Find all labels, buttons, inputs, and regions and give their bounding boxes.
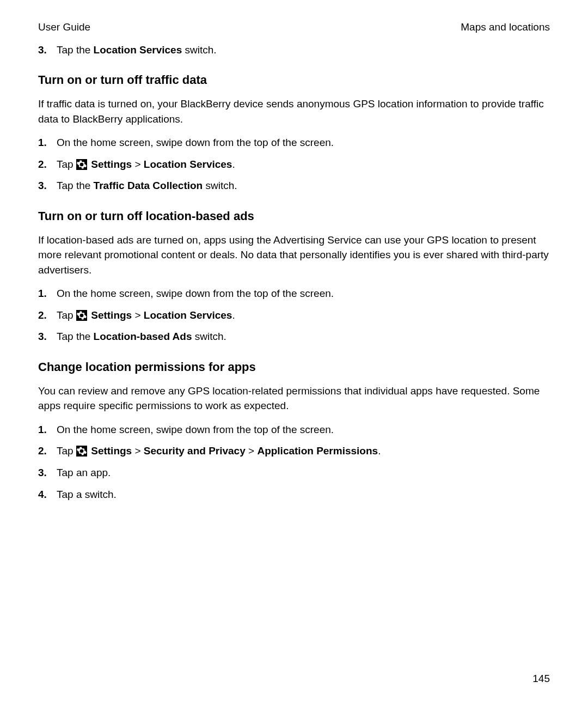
- section-paragraph: If location-based ads are turned on, app…: [38, 233, 550, 278]
- page-header: User Guide Maps and locations: [38, 20, 550, 35]
- step-text: Tap: [57, 159, 76, 170]
- step-item: On the home screen, swipe down from the …: [38, 286, 550, 301]
- header-left: User Guide: [38, 20, 90, 35]
- step-text: .: [232, 309, 235, 321]
- step-text: On the home screen, swipe down from the …: [57, 137, 334, 148]
- step-text-bold: Settings: [91, 159, 132, 170]
- step-text: .: [378, 445, 381, 457]
- step-item: Tap Settings > Location Services.: [38, 308, 550, 323]
- step-item: On the home screen, swipe down from the …: [38, 135, 550, 150]
- continuation-step-list: 3. Tap the Location Services switch.: [38, 42, 550, 58]
- step-text-prefix: Tap the: [57, 44, 94, 56]
- step-list: On the home screen, swipe down from the …: [38, 286, 550, 344]
- step-text-bold: Location Services: [94, 44, 182, 56]
- step-text-bold: Traffic Data Collection: [94, 180, 203, 191]
- step-text-bold: Settings: [91, 309, 132, 321]
- step-list: On the home screen, swipe down from the …: [38, 135, 550, 193]
- step-text: On the home screen, swipe down from the …: [57, 424, 334, 435]
- step-item: Tap Settings > Location Services.: [38, 157, 550, 172]
- section-heading: Turn on or turn off traffic data: [38, 71, 550, 89]
- step-text: >: [246, 445, 258, 457]
- step-text: On the home screen, swipe down from the …: [57, 288, 334, 299]
- step-text: Tap an app.: [57, 467, 111, 478]
- step-number: 3.: [38, 42, 47, 58]
- step-text: >: [132, 445, 144, 457]
- step-text: Tap a switch.: [57, 489, 117, 500]
- header-right: Maps and locations: [461, 20, 550, 35]
- step-text: switch.: [192, 331, 226, 342]
- settings-gear-icon: [76, 310, 87, 321]
- section-paragraph: You can review and remove any GPS locati…: [38, 384, 550, 413]
- step-text: >: [132, 159, 144, 170]
- settings-gear-icon: [76, 159, 87, 170]
- step-text-bold: Location-based Ads: [94, 331, 192, 342]
- step-item: On the home screen, swipe down from the …: [38, 422, 550, 437]
- step-text: >: [132, 309, 144, 321]
- step-item: Tap the Location-based Ads switch.: [38, 329, 550, 344]
- step-text: Tap: [57, 445, 76, 457]
- step-text: Tap the: [57, 331, 94, 342]
- section-heading: Turn on or turn off location-based ads: [38, 208, 550, 225]
- step-text: .: [232, 159, 235, 170]
- settings-gear-icon: [76, 446, 87, 457]
- continuation-step-3: 3. Tap the Location Services switch.: [38, 42, 550, 58]
- step-text: Tap: [57, 309, 76, 321]
- step-item: Tap a switch.: [38, 487, 550, 502]
- step-list: On the home screen, swipe down from the …: [38, 422, 550, 502]
- page-number: 145: [532, 671, 550, 686]
- step-text-bold: Location Services: [144, 159, 232, 170]
- step-item: Tap Settings > Security and Privacy > Ap…: [38, 443, 550, 459]
- step-text-bold: Application Permissions: [257, 445, 378, 457]
- step-text-bold: Settings: [91, 445, 132, 457]
- section-heading: Change location permissions for apps: [38, 358, 550, 376]
- section-paragraph: If traffic data is turned on, your Black…: [38, 96, 550, 126]
- step-item: Tap the Traffic Data Collection switch.: [38, 178, 550, 193]
- step-text: Tap the: [57, 180, 94, 191]
- step-text-suffix: switch.: [182, 44, 216, 56]
- step-text: switch.: [203, 180, 237, 191]
- step-text-bold: Location Services: [144, 309, 232, 321]
- step-item: Tap an app.: [38, 465, 550, 480]
- step-text-bold: Security and Privacy: [144, 445, 246, 457]
